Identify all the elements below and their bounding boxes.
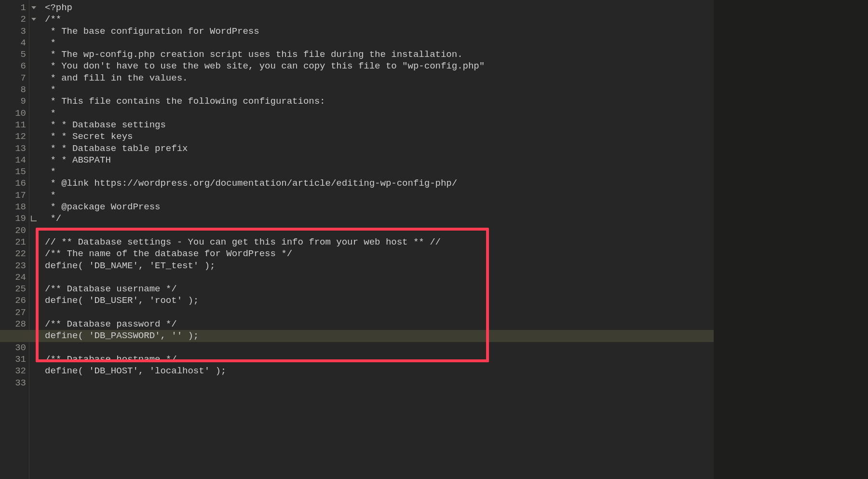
code-text[interactable]: define( 'DB_USER', 'root' ); — [45, 295, 199, 306]
fold-cell[interactable] — [29, 190, 38, 201]
fold-cell[interactable] — [29, 248, 38, 260]
line-number[interactable]: 20 — [0, 225, 29, 236]
code-text[interactable]: * * Database settings — [45, 120, 166, 130]
fold-cell[interactable] — [29, 377, 38, 389]
fold-cell[interactable] — [29, 72, 38, 84]
code-line[interactable]: * — [45, 84, 714, 96]
fold-cell[interactable] — [29, 84, 38, 96]
code-line[interactable]: define( 'DB_USER', 'root' ); — [45, 295, 714, 306]
fold-open-icon[interactable] — [31, 18, 36, 21]
line-number[interactable]: 11 — [0, 119, 29, 131]
code-line[interactable]: * * Secret keys — [45, 131, 714, 142]
code-text[interactable]: * You don't have to use the web site, yo… — [45, 61, 485, 71]
code-text[interactable]: <?php — [45, 2, 72, 13]
line-number[interactable]: 1 — [0, 2, 29, 14]
code-line[interactable] — [45, 342, 714, 354]
fold-cell[interactable] — [29, 342, 38, 354]
line-number[interactable]: 25 — [0, 283, 29, 295]
code-text[interactable]: * * Secret keys — [45, 131, 133, 142]
fold-gutter[interactable] — [29, 0, 38, 479]
code-line[interactable]: * @link https://wordpress.org/documentat… — [45, 178, 714, 189]
code-line[interactable] — [45, 377, 714, 389]
code-text[interactable]: * — [45, 108, 56, 119]
line-number[interactable]: 12 — [0, 131, 29, 142]
code-text[interactable]: define( 'DB_NAME', 'ET_test' ); — [45, 260, 215, 271]
code-text[interactable]: /** — [45, 14, 61, 25]
code-line[interactable]: /** Database hostname */ — [45, 354, 714, 365]
fold-cell[interactable] — [29, 283, 38, 295]
fold-cell[interactable] — [29, 96, 38, 107]
code-text[interactable]: define( 'DB_HOST', 'localhost' ); — [45, 366, 226, 376]
fold-cell[interactable] — [29, 143, 38, 154]
code-line[interactable]: * You don't have to use the web site, yo… — [45, 60, 714, 72]
fold-cell[interactable] — [29, 354, 38, 365]
code-text[interactable]: * The base configuration for WordPress — [45, 26, 259, 37]
line-number[interactable]: 27 — [0, 307, 29, 318]
code-line[interactable]: * — [45, 108, 714, 119]
code-line[interactable] — [45, 272, 714, 283]
fold-open-icon[interactable] — [31, 6, 36, 9]
line-number[interactable]: 16 — [0, 178, 29, 189]
code-line[interactable]: * The wp-config.php creation script uses… — [45, 49, 714, 60]
fold-cell[interactable] — [29, 260, 38, 272]
code-text[interactable]: * * Database table prefix — [45, 143, 188, 154]
line-number[interactable]: 15 — [0, 166, 29, 178]
code-editor[interactable]: 1234567891011121314151617181920212223242… — [0, 0, 868, 479]
line-number[interactable]: 8 — [0, 84, 29, 96]
code-text[interactable]: * — [45, 166, 56, 177]
line-number[interactable]: 17 — [0, 190, 29, 201]
line-number[interactable]: 19 — [0, 213, 29, 224]
code-line[interactable]: * @package WordPress — [45, 201, 714, 213]
code-text[interactable]: // ** Database settings - You can get th… — [45, 237, 441, 247]
line-number[interactable]: 2 — [0, 14, 29, 25]
line-number[interactable]: 26 — [0, 295, 29, 306]
line-number[interactable]: 9 — [0, 96, 29, 107]
code-text[interactable]: define( 'DB_PASSWORD', '' ); — [45, 330, 199, 341]
line-number[interactable]: 23 — [0, 260, 29, 272]
code-line[interactable]: <?php — [45, 2, 714, 14]
fold-cell[interactable] — [29, 225, 38, 236]
fold-cell[interactable] — [29, 49, 38, 60]
line-number[interactable]: 6 — [0, 60, 29, 72]
code-text[interactable]: * — [45, 190, 56, 201]
fold-cell[interactable] — [29, 318, 38, 330]
line-number[interactable]: 5 — [0, 49, 29, 60]
code-text[interactable]: * The wp-config.php creation script uses… — [45, 49, 463, 60]
code-line[interactable]: * — [45, 190, 714, 201]
code-line[interactable]: * * Database settings — [45, 119, 714, 131]
code-text[interactable]: /** Database hostname */ — [45, 354, 177, 365]
code-line[interactable]: /** Database username */ — [45, 283, 714, 295]
code-line[interactable]: * The base configuration for WordPress — [45, 26, 714, 37]
code-text[interactable]: */ — [45, 213, 61, 224]
code-line[interactable]: * and fill in the values. — [45, 72, 714, 84]
fold-cell[interactable] — [29, 178, 38, 189]
code-line[interactable] — [45, 225, 714, 236]
fold-cell[interactable] — [29, 131, 38, 142]
line-number[interactable]: 32 — [0, 365, 29, 377]
code-text[interactable]: /** The name of the database for WordPre… — [45, 248, 292, 259]
code-text[interactable]: * — [45, 38, 56, 48]
line-number-gutter[interactable]: 1234567891011121314151617181920212223242… — [0, 0, 29, 479]
line-number[interactable]: 33 — [0, 377, 29, 389]
code-text[interactable]: * and fill in the values. — [45, 73, 188, 83]
fold-cell[interactable] — [29, 119, 38, 131]
fold-cell[interactable] — [29, 272, 38, 283]
fold-cell[interactable] — [29, 213, 38, 224]
line-number[interactable]: 10 — [0, 108, 29, 119]
code-line[interactable]: * — [45, 37, 714, 49]
code-line[interactable]: define( 'DB_NAME', 'ET_test' ); — [45, 260, 714, 272]
line-number[interactable]: 13 — [0, 143, 29, 154]
code-text[interactable]: * — [45, 84, 56, 95]
line-number[interactable]: 24 — [0, 272, 29, 283]
code-text[interactable]: * This file contains the following confi… — [45, 96, 326, 107]
fold-cell[interactable] — [29, 295, 38, 306]
line-number[interactable]: 30 — [0, 342, 29, 354]
line-number[interactable]: 3 — [0, 26, 29, 37]
code-line[interactable]: // ** Database settings - You can get th… — [45, 236, 714, 248]
code-line[interactable]: /** — [45, 14, 714, 25]
code-line[interactable] — [45, 307, 714, 318]
code-line[interactable]: * — [45, 166, 714, 178]
fold-cell[interactable] — [29, 37, 38, 49]
line-number[interactable]: 28 — [0, 318, 29, 330]
code-line[interactable]: define( 'DB_HOST', 'localhost' ); — [45, 365, 714, 377]
